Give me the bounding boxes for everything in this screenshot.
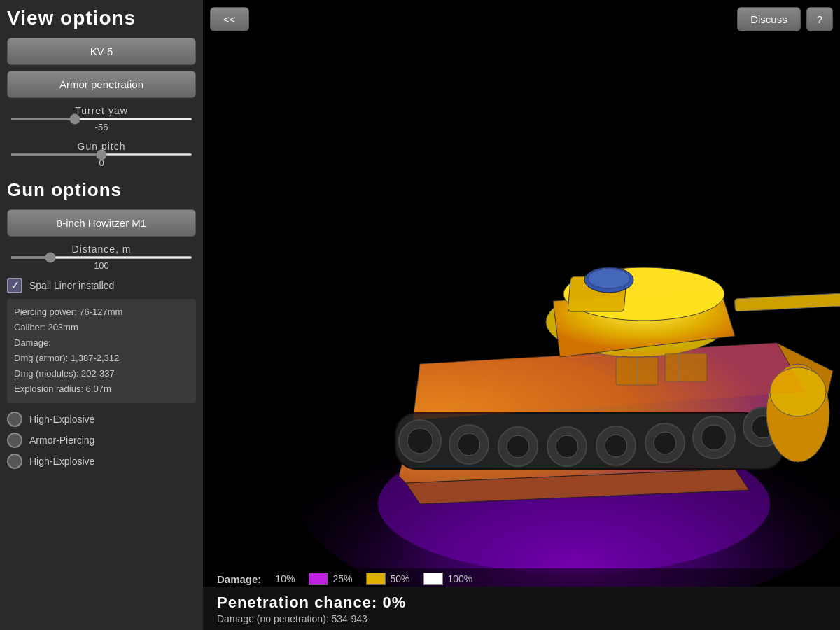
ammo-armor-piercing[interactable]: Armor-Piercing: [7, 433, 196, 448]
gun-options-title: Gun options: [7, 179, 196, 201]
legend-50: 50%: [366, 573, 410, 585]
ammo-label-1: High-Explosive: [29, 414, 94, 425]
radio-icon-2: [7, 433, 22, 448]
view-options-title: View options: [7, 7, 196, 29]
gun-pitch-value: 0: [99, 158, 104, 168]
legend-100: 100%: [424, 573, 472, 585]
stat-dmg-modules: Dmg (modules): 202-337: [14, 366, 189, 382]
damage-label: Damage:: [217, 573, 261, 585]
penetration-bar: Penetration chance: 0% Damage (no penetr…: [203, 587, 840, 630]
spall-liner-checkbox[interactable]: ✓ Spall Liner installed: [7, 278, 196, 293]
svg-rect-12: [735, 292, 840, 312]
viewport: << Discuss ?: [203, 0, 840, 630]
svg-point-16: [407, 428, 433, 454]
stats-box: Piercing power: 76-127mm Caliber: 203mm …: [7, 299, 196, 403]
distance-value: 100: [94, 260, 109, 271]
ammo-label-3: High-Explosive: [29, 456, 94, 467]
help-button[interactable]: ?: [806, 7, 833, 31]
gun-select-button[interactable]: 8-inch Howitzer M1: [7, 209, 196, 237]
svg-point-24: [605, 435, 627, 457]
back-button[interactable]: <<: [210, 7, 249, 31]
svg-point-28: [701, 425, 727, 450]
svg-point-11: [588, 269, 630, 288]
radio-icon-1: [7, 412, 22, 427]
svg-point-22: [556, 435, 578, 458]
legend-10-pct: 10%: [275, 573, 295, 584]
distance-slider[interactable]: [10, 256, 192, 259]
stat-dmg-armor: Dmg (armor): 1,387-2,312: [14, 351, 189, 366]
ammo-type-group: High-Explosive Armor-Piercing High-Explo…: [7, 412, 196, 469]
armor-penetration-button[interactable]: Armor penetration: [7, 71, 196, 98]
svg-point-20: [507, 435, 529, 458]
top-right-buttons: Discuss ?: [737, 7, 833, 31]
ammo-high-explosive-2[interactable]: High-Explosive: [7, 454, 196, 469]
gun-pitch-slider[interactable]: [10, 153, 192, 156]
tank-scene: [203, 0, 840, 588]
tank-select-button[interactable]: KV-5: [7, 38, 196, 65]
stat-explosion: Explosion radius: 6.07m: [14, 382, 189, 397]
legend-25-pct: 25%: [332, 573, 352, 584]
penetration-title: Penetration chance: 0%: [217, 594, 826, 612]
top-bar: << Discuss ?: [203, 7, 840, 31]
stat-piercing: Piercing power: 76-127mm: [14, 304, 189, 320]
stat-damage-label: Damage:: [14, 335, 189, 351]
stat-caliber: Caliber: 203mm: [14, 320, 189, 335]
legend-10: 10%: [275, 573, 295, 584]
discuss-button[interactable]: Discuss: [737, 7, 801, 31]
gun-pitch-group: Gun pitch 0: [7, 139, 196, 169]
svg-point-26: [654, 432, 676, 454]
checkbox-icon: ✓: [7, 278, 22, 293]
legend-50-color: [366, 573, 386, 585]
legend-25: 25%: [309, 573, 352, 585]
distance-group: Distance, m 100: [7, 242, 196, 272]
radio-icon-3: [7, 454, 22, 469]
turret-yaw-group: Turret yaw -56: [7, 104, 196, 134]
legend-50-pct: 50%: [390, 573, 410, 584]
legend-100-color: [424, 573, 443, 585]
spall-liner-label: Spall Liner installed: [29, 280, 114, 291]
ammo-label-2: Armor-Piercing: [29, 435, 94, 446]
turret-yaw-value: -56: [95, 122, 108, 132]
svg-rect-36: [665, 354, 707, 382]
turret-yaw-slider[interactable]: [10, 118, 192, 120]
legend-100-pct: 100%: [447, 573, 472, 584]
sidebar: View options KV-5 Armor penetration Turr…: [0, 0, 203, 630]
ammo-high-explosive-1[interactable]: High-Explosive: [7, 412, 196, 427]
svg-point-18: [458, 433, 480, 456]
penetration-subtitle: Damage (no penetration): 534-943: [217, 613, 826, 624]
legend-25-color: [309, 573, 328, 585]
